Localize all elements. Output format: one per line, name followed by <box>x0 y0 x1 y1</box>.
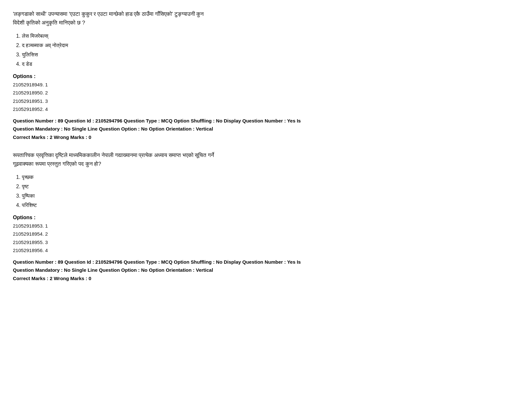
option-text-3-1: युलिसिस <box>22 52 38 57</box>
option-id-4-2: 21052918956. 4 <box>13 246 519 255</box>
option-3-1: 3. युलिसिस <box>16 50 519 60</box>
option-num-1-1: 1 <box>16 33 19 39</box>
question-text-2: रूपतात्त्विक प्रवृत्तिका दृष्टिले माध्यम… <box>13 151 519 168</box>
option-text-3-2: पुष्पिका <box>22 193 35 199</box>
option-text-2-1: द हञ्चब्याक अव् नोत्रेदाम <box>22 43 68 48</box>
option-num-2-1: 2 <box>16 43 19 48</box>
option-ids-2: 21052918953. 1 21052918954. 2 2105291895… <box>13 222 519 255</box>
option-1-2: 1. पृच्छक <box>16 173 519 182</box>
option-1-1: 1. लेस मिजरेबल्स् <box>16 32 519 41</box>
options-list-1: 1. लेस मिजरेबल्स् 2. द हञ्चब्याक अव् नोत… <box>16 32 519 69</box>
meta-line1-1: Question Number : 89 Question Id : 21052… <box>13 117 519 125</box>
meta-line2-2: Question Mandatory : No Single Line Ques… <box>13 266 519 274</box>
meta-line1-2: Question Number : 89 Question Id : 21052… <box>13 258 519 266</box>
option-2-1: 2. द हञ्चब्याक अव् नोत्रेदाम <box>16 41 519 50</box>
option-4-2: 4. परिशिष्ट <box>16 201 519 210</box>
option-text-1-2: पृच्छक <box>22 174 34 180</box>
question-block-1: 'लङ्गडाको साथी' उपन्यासमा 'एउटा कुकुर र … <box>13 10 519 141</box>
option-text-4-1: द डेड <box>22 61 32 67</box>
question-line2-1: विदेशी कृतिको अनुकृति मानिएको छ ? <box>13 20 85 26</box>
option-id-2-1: 21052918950. 2 <box>13 89 519 97</box>
options-label-1: Options : <box>13 73 519 79</box>
option-id-4-1: 21052918952. 4 <box>13 105 519 113</box>
option-id-3-2: 21052918955. 3 <box>13 238 519 247</box>
option-ids-1: 21052918949. 1 21052918950. 2 2105291895… <box>13 81 519 113</box>
option-text-2-2: पृष्ट <box>22 184 29 189</box>
option-text-1-1: लेस मिजरेबल्स् <box>22 33 48 39</box>
option-text-4-2: परिशिष्ट <box>22 202 37 208</box>
question-block-2: रूपतात्त्विक प्रवृत्तिका दृष्टिले माध्यम… <box>13 151 519 282</box>
option-3-2: 3. पुष्पिका <box>16 191 519 201</box>
option-num-1-2: 1 <box>16 174 19 180</box>
option-2-2: 2. पृष्ट <box>16 182 519 191</box>
option-num-4-1: 4 <box>16 61 19 67</box>
option-id-3-1: 21052918951. 3 <box>13 97 519 105</box>
meta-line2-1: Question Mandatory : No Single Line Ques… <box>13 125 519 133</box>
option-num-3-1: 3 <box>16 52 19 57</box>
options-list-2: 1. पृच्छक 2. पृष्ट 3. पुष्पिका 4. परिशिष… <box>16 173 519 210</box>
options-label-2: Options : <box>13 215 519 220</box>
question-meta-1: Question Number : 89 Question Id : 21052… <box>13 117 519 142</box>
meta-line3-2: Correct Marks : 2 Wrong Marks : 0 <box>13 274 519 283</box>
question-text-1: 'लङ्गडाको साथी' उपन्यासमा 'एउटा कुकुर र … <box>13 10 519 27</box>
option-num-4-2: 4 <box>16 202 19 208</box>
question-line2-2: गूढवाक्यका रूपमा प्रस्तुत गरिएको पद कुन … <box>13 161 101 167</box>
meta-line3-1: Correct Marks : 2 Wrong Marks : 0 <box>13 133 519 142</box>
option-id-1-2: 21052918953. 1 <box>13 222 519 230</box>
question-line1-2: रूपतात्त्विक प्रवृत्तिका दृष्टिले माध्यम… <box>13 152 214 158</box>
question-line1-1: 'लङ्गडाको साथी' उपन्यासमा 'एउटा कुकुर र … <box>13 11 204 17</box>
option-num-2-2: 2 <box>16 184 19 189</box>
option-num-3-2: 3 <box>16 193 19 199</box>
option-4-1: 4. द डेड <box>16 60 519 69</box>
question-meta-2: Question Number : 89 Question Id : 21052… <box>13 258 519 283</box>
option-id-1-1: 21052918949. 1 <box>13 81 519 89</box>
option-id-2-2: 21052918954. 2 <box>13 230 519 238</box>
